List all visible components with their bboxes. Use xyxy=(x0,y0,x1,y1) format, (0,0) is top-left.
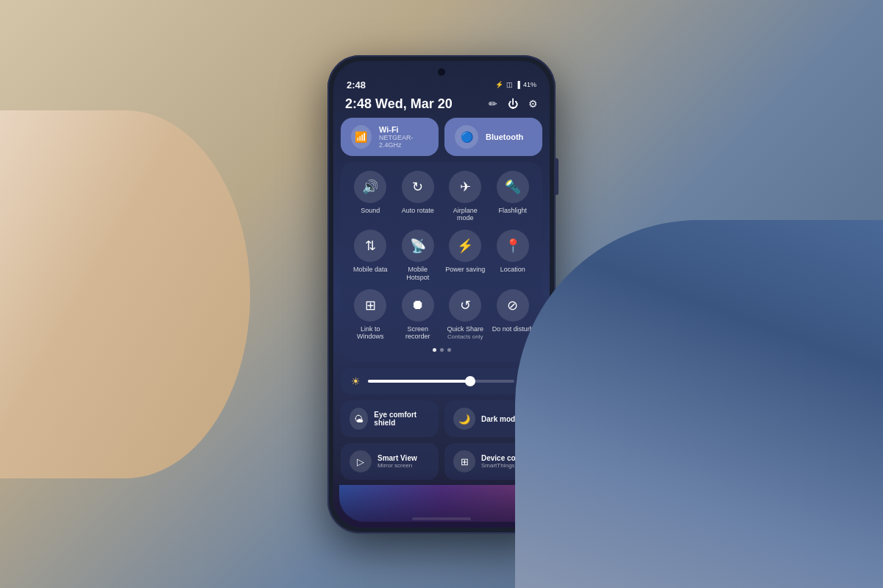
airplane-label: Airplane mode xyxy=(444,207,486,223)
auto-rotate-icon: ↻ xyxy=(402,171,434,203)
location-label: Location xyxy=(500,266,525,274)
phone-colorful-bottom xyxy=(339,485,544,522)
tile-flashlight[interactable]: 🔦 Flashlight xyxy=(492,171,534,223)
scene: 2:48 ⚡ ◫ ▐ 41% 2:48 Wed, Mar 20 ✏ xyxy=(0,0,883,588)
location-icon: 📍 xyxy=(497,230,529,262)
tile-hotspot[interactable]: 📡 Mobile Hotspot xyxy=(397,230,439,282)
smart-view-tile[interactable]: ▷ Smart View Mirror screen xyxy=(341,443,439,480)
status-bar: 2:48 ⚡ ◫ ▐ 41% xyxy=(347,79,536,91)
link-windows-icon: ⊞ xyxy=(354,289,386,322)
dnd-label: Do not disturb xyxy=(492,325,533,333)
tile-location[interactable]: 📍 Location xyxy=(492,230,534,282)
dot-2 xyxy=(440,348,444,352)
tile-mobile-data[interactable]: ⇅ Mobile data xyxy=(349,230,391,282)
eye-comfort-label: Eye comfort shield xyxy=(374,411,430,427)
brightness-handle[interactable] xyxy=(465,376,475,386)
link-windows-label: Link to Windows xyxy=(349,325,391,341)
eye-dark-row: 🌤 Eye comfort shield 🌙 Dark mode xyxy=(341,400,542,437)
bluetooth-status-icon: ⚡ xyxy=(495,81,503,88)
bluetooth-label: Bluetooth xyxy=(486,132,523,141)
tiles-row-2: ⇅ Mobile data 📡 Mobile Hotspot ⚡ Power s… xyxy=(347,230,536,282)
hand-left xyxy=(0,110,250,478)
brightness-fill xyxy=(368,380,470,383)
mobile-data-label: Mobile data xyxy=(353,266,388,274)
dnd-icon: ⊘ xyxy=(497,289,529,322)
settings-icon[interactable]: ⚙ xyxy=(528,98,538,110)
network-status-icon: ◫ xyxy=(506,81,513,88)
sound-label: Sound xyxy=(361,207,380,215)
status-time: 2:48 xyxy=(347,79,366,91)
flashlight-icon: 🔦 xyxy=(497,171,529,203)
tile-screen-recorder[interactable]: ⏺ Screen recorder xyxy=(397,289,439,341)
wifi-label: Wi-Fi xyxy=(379,125,428,134)
device-control-icon: ⊞ xyxy=(453,450,475,472)
tile-link-to-windows[interactable]: ⊞ Link to Windows xyxy=(349,289,391,341)
eye-comfort-tile[interactable]: 🌤 Eye comfort shield xyxy=(341,400,439,437)
quick-panel: 2:48 Wed, Mar 20 ✏ ⏻ ⚙ 📶 Wi-Fi NETGEAR xyxy=(341,96,542,498)
tile-do-not-disturb[interactable]: ⊘ Do not disturb xyxy=(492,289,534,341)
power-button[interactable] xyxy=(556,158,558,195)
dot-3 xyxy=(447,348,451,352)
bluetooth-tile[interactable]: 🔵 Bluetooth xyxy=(444,118,542,156)
tiles-row-1: 🔊 Sound ↻ Auto rotate ✈ Airplane mode xyxy=(347,171,536,223)
hand-right xyxy=(515,220,883,588)
quick-share-label: Quick ShareContacts only xyxy=(447,325,483,341)
wifi-text: Wi-Fi NETGEAR-2.4GHz xyxy=(379,125,428,149)
signal-icon: ▐ xyxy=(516,81,520,88)
tile-quick-share[interactable]: ↺ Quick ShareContacts only xyxy=(444,289,486,341)
bottom-bar-tiles: ▷ Smart View Mirror screen ⊞ Device cont… xyxy=(341,443,542,480)
tile-airplane-mode[interactable]: ✈ Airplane mode xyxy=(444,171,486,223)
smart-view-label: Smart View xyxy=(377,454,417,462)
status-icons: ⚡ ◫ ▐ 41% xyxy=(495,81,536,88)
dark-mode-text: Dark mode xyxy=(481,415,519,423)
bluetooth-text: Bluetooth xyxy=(486,132,523,141)
eye-comfort-icon: 🌤 xyxy=(350,408,368,430)
page-dots xyxy=(347,348,536,352)
dark-mode-label: Dark mode xyxy=(481,415,519,423)
tile-auto-rotate[interactable]: ↻ Auto rotate xyxy=(397,171,439,223)
edit-icon[interactable]: ✏ xyxy=(489,98,497,110)
wifi-icon: 📶 xyxy=(351,125,372,149)
mobile-data-icon: ⇅ xyxy=(354,230,386,262)
wifi-subtitle: NETGEAR-2.4GHz xyxy=(379,134,428,149)
brightness-slider[interactable] xyxy=(368,380,514,383)
tiles-grid: 🔊 Sound ↻ Auto rotate ✈ Airplane mode xyxy=(341,162,542,363)
power-icon[interactable]: ⏻ xyxy=(508,98,518,110)
airplane-icon: ✈ xyxy=(449,171,481,203)
top-controls[interactable]: ✏ ⏻ ⚙ xyxy=(489,98,538,110)
tile-power-saving[interactable]: ⚡ Power saving xyxy=(444,230,486,282)
home-indicator[interactable] xyxy=(412,517,471,520)
dark-mode-icon: 🌙 xyxy=(453,408,475,430)
tile-sound[interactable]: 🔊 Sound xyxy=(349,171,391,223)
datetime-text: 2:48 Wed, Mar 20 xyxy=(345,96,453,112)
screen-recorder-label: Screen recorder xyxy=(397,325,439,341)
smart-view-text: Smart View Mirror screen xyxy=(377,454,417,469)
hotspot-icon: 📡 xyxy=(402,230,434,262)
battery-icon: 41% xyxy=(523,81,536,88)
tiles-row-3: ⊞ Link to Windows ⏺ Screen recorder ↺ Qu… xyxy=(347,289,536,341)
brightness-icon: ☀ xyxy=(351,375,361,387)
sound-icon: 🔊 xyxy=(354,171,386,203)
hotspot-label: Mobile Hotspot xyxy=(397,266,439,282)
quick-share-icon: ↺ xyxy=(449,289,481,322)
connectivity-row: 📶 Wi-Fi NETGEAR-2.4GHz 🔵 Bluetooth xyxy=(341,118,542,156)
smart-view-icon: ▷ xyxy=(350,450,372,472)
wifi-tile[interactable]: 📶 Wi-Fi NETGEAR-2.4GHz xyxy=(341,118,439,156)
power-saving-label: Power saving xyxy=(445,266,485,274)
dot-1 xyxy=(433,348,436,352)
eye-comfort-text: Eye comfort shield xyxy=(374,411,430,427)
smart-view-subtitle: Mirror screen xyxy=(377,462,417,469)
screen-recorder-icon: ⏺ xyxy=(402,289,434,322)
brightness-row: ☀ ⋮ xyxy=(341,368,542,394)
flashlight-label: Flashlight xyxy=(498,207,527,215)
camera-notch xyxy=(438,68,445,76)
power-saving-icon: ⚡ xyxy=(449,230,481,262)
datetime-row: 2:48 Wed, Mar 20 ✏ ⏻ ⚙ xyxy=(341,96,542,112)
bluetooth-icon: 🔵 xyxy=(455,125,478,149)
auto-rotate-label: Auto rotate xyxy=(402,207,434,215)
